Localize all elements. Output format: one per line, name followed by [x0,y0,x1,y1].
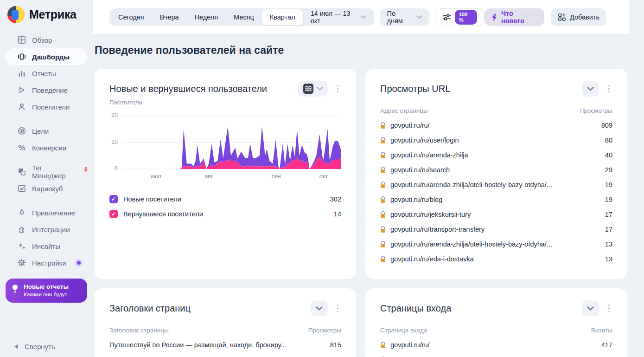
widget-subtitle: Посетители [109,99,341,106]
tab-month[interactable]: Месяц [226,9,262,25]
chart-type-select[interactable] [298,81,328,97]
chevron-down-icon [317,87,323,91]
legend-label: Новые посетители [123,195,181,203]
person-icon [18,103,26,111]
sidebar-item-tag-manager[interactable]: Тег Менеджер β [6,163,87,180]
page-url-link[interactable]: govputi.ru/ru/arenda-zhilja/oteli-hostel… [390,181,552,188]
sidebar-item-settings[interactable]: Настройки [6,254,87,271]
tab-yesterday[interactable]: Вчера [152,9,187,25]
metric-value: 417 [601,341,612,349]
page-url-link[interactable]: govputi.ru/ru/ [390,341,430,349]
expand-select[interactable] [582,81,599,97]
column-header-value: Просмотры [308,327,341,334]
table-row: govputi.ru/6 [380,352,612,357]
sidebar-item-label: Интеграции [32,226,70,234]
widget-url-views: Просмотры URL Адрес страницы Просмотры g… [365,69,627,279]
sidebar-item-variocube[interactable]: Вариокуб [6,180,87,197]
flame-icon [18,208,26,217]
lock-icon [380,122,386,129]
check-icon: ✓ [111,211,116,217]
whats-new-button[interactable]: Что нового [485,8,544,26]
table-row: govputi.ru/ru/arenda-zhilja/oteli-hostel… [380,177,612,192]
expand-select[interactable] [311,300,328,316]
legend-item-returning-visitors[interactable]: ✓ Вернувшиеся посетители 14 [109,207,341,221]
page-url-link[interactable]: govputi.ru/ru/user/login [390,136,459,144]
tab-quarter[interactable]: Квартал [262,9,303,25]
collapse-label: Свернуть [25,343,55,351]
lightbulb-icon [11,284,19,298]
metric-value: 13 [605,255,612,263]
expand-select[interactable] [582,300,599,316]
metrika-logo[interactable]: Метрика [0,0,93,23]
sidebar-item-label: Обзор [32,36,52,44]
sampling-badge: 100 % [455,10,477,25]
logo-text: Метрика [29,8,77,21]
table-row: govputi.ru/ru/417 [380,338,612,352]
toolbar: Сегодня Вчера Неделя Месяц Квартал 14 ию… [93,0,629,35]
lock-icon [380,137,386,144]
lock-icon [380,211,386,218]
sidebar-item-reports[interactable]: Отчеты [6,65,87,82]
sidebar-item-label: Посетители [32,103,70,111]
variocube-icon [18,184,26,193]
column-header-name: Адрес страницы [380,107,428,114]
sidebar-item-insights[interactable]: Инсайты [6,238,87,254]
page-title-text: Путешествуй по России — размещай, находи… [109,341,287,349]
metric-value: 17 [605,211,612,218]
settings-notification-badge [75,259,83,267]
sidebar-item-visitors[interactable]: Посетители [6,98,87,115]
widget-entry-pages: Страницы входа Страница входа Визиты gov… [365,288,627,357]
page-url-link[interactable]: govputi.ru/ru/ [390,122,430,129]
sidebar-item-behavior[interactable]: Поведение [6,82,87,98]
collapse-sidebar-button[interactable]: Свернуть [14,343,55,351]
sidebar-item-overview[interactable]: Обзор [6,32,87,48]
sidebar-item-label: Отчеты [32,70,56,78]
lock-icon [380,167,386,174]
widget-title: Заголовки страниц [109,303,191,314]
chevron-down-icon [361,15,366,19]
new-reports-banner[interactable]: Новые отчеты Какими они будут [6,279,87,303]
metric-value: 809 [601,122,612,129]
sidebar-item-integrations[interactable]: Интеграции [6,221,87,238]
custom-date-range[interactable]: 14 июл — 13 окт [303,10,374,25]
sidebar-item-label: Инсайты [32,242,60,250]
page-url-link[interactable]: govputi.ru/ru/transport-transfery [390,226,485,233]
page-url-link[interactable]: govputi.ru/ru/arenda-zhilja/oteli-hostel… [390,240,552,248]
page-url-link[interactable]: govputi.ru/ru/arenda-zhilja [390,151,468,159]
page-url-link[interactable]: govputi.ru/ru/blog [390,196,442,203]
sidebar-item-dashboards[interactable]: Дашборды [6,48,87,65]
tab-week[interactable]: Неделя [187,9,226,25]
sidebar-item-label: Тег Менеджер [32,164,77,180]
widget-menu-button[interactable] [606,83,613,95]
table-row: govputi.ru/ru/jekskursii-tury17 [380,207,612,222]
add-label: Добавить [570,13,599,21]
lock-icon [380,226,386,233]
granularity-select[interactable]: По дням [380,8,429,26]
table-row: govputi.ru/ru/search29 [380,162,612,177]
table-row: govputi.ru/ru/arenda-zhilja40 [380,148,612,162]
y-tick-label: 10 [111,139,118,145]
sidebar-item-acquisition[interactable]: Привлечение [6,204,87,221]
sampling-settings-button[interactable]: 100 % [435,8,485,26]
tab-today[interactable]: Сегодня [110,9,152,25]
page-url-link[interactable]: govputi.ru/ru/search [390,166,450,174]
bar-chart-icon [18,69,26,78]
date-range-value: 14 июл — 13 окт [311,10,357,25]
sidebar-item-goals[interactable]: Цели [6,123,87,139]
metric-value: 40 [605,151,612,159]
sidebar-item-label: Вариокуб [32,185,63,193]
sidebar-item-conversions[interactable]: % Конверсии [6,139,87,156]
add-widget-button[interactable]: Добавить [551,8,606,26]
widget-menu-button[interactable] [606,303,613,314]
checkbox-new-visitors[interactable]: ✓ [109,195,118,203]
legend-item-new-visitors[interactable]: ✓ Новые посетители 302 [109,192,341,207]
page-url-link[interactable]: govputi.ru/ru/eda-i-dostavka [390,255,474,263]
page-url-link[interactable]: govputi.ru/ru/jekskursii-tury [390,211,471,218]
sidebar-item-label: Настройки [32,259,66,267]
checkbox-returning-visitors[interactable]: ✓ [109,210,118,218]
widget-menu-button[interactable] [334,83,342,95]
overview-grid-icon [18,36,26,44]
sidebar-nav: Обзор Дашборды Отчеты Поведение Посетите… [0,32,93,271]
lightning-icon [491,13,497,21]
widget-menu-button[interactable] [334,303,342,314]
